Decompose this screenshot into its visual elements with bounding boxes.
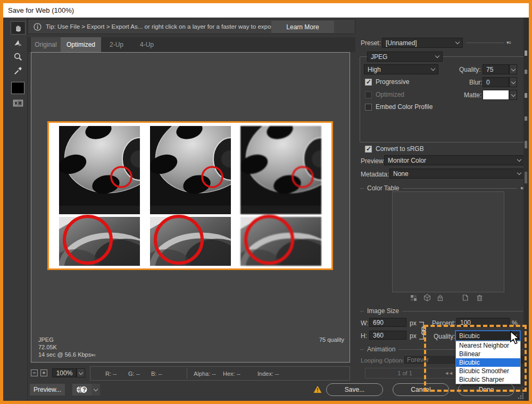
blur-chevron[interactable] xyxy=(509,77,517,87)
cancel-button-label: Cancel xyxy=(411,386,430,393)
info-icon xyxy=(34,23,41,31)
eyedropper-color-swatch[interactable] xyxy=(11,82,24,94)
status-menu-icon[interactable]: ▾≡ xyxy=(91,352,95,358)
height-label: H: xyxy=(361,332,367,340)
title-bar: Save for Web (100%) xyxy=(3,3,529,18)
slice-select-tool-button[interactable] xyxy=(11,36,26,49)
toggle-slices-button[interactable] xyxy=(11,96,26,110)
window-title: Save for Web (100%) xyxy=(8,6,74,14)
web-shift-cube-icon[interactable] xyxy=(423,294,431,301)
dither-swatch-icon[interactable] xyxy=(410,294,417,301)
tab-optimized[interactable]: Optimized xyxy=(61,37,101,52)
height-input[interactable]: 360 xyxy=(369,331,406,340)
color-table-title: Color Table xyxy=(367,184,399,192)
readout-divider xyxy=(187,368,187,379)
readout-b: B: -- xyxy=(151,371,162,377)
option-bicubic[interactable]: Bicubic xyxy=(456,358,520,367)
new-color-icon[interactable] xyxy=(462,294,469,301)
browser-preview-chevron[interactable] xyxy=(92,384,100,395)
readout-hex: Hex: -- xyxy=(223,371,240,377)
zoom-level-value: 100% xyxy=(56,369,73,377)
learn-more-button[interactable]: Learn More xyxy=(271,21,334,33)
tab-4up-label: 4-Up xyxy=(140,41,154,48)
matte-swatch[interactable] xyxy=(483,90,509,100)
color-table-toolbar xyxy=(410,294,490,302)
resample-quality-select[interactable]: Bicubic xyxy=(455,331,520,341)
preset-select[interactable]: [Unnamed] xyxy=(382,38,463,48)
optimized-image[interactable] xyxy=(47,121,333,270)
width-label: W: xyxy=(361,319,368,327)
color-readout-strip: R: -- G: -- B: -- Alpha: -- Hex: -- Inde… xyxy=(90,366,350,381)
optimized-checkbox-row[interactable]: Optimized xyxy=(365,91,404,98)
resize-grip[interactable] xyxy=(517,392,525,400)
optimize-menu-icon[interactable]: ▾≡ xyxy=(506,40,511,45)
option-bilinear[interactable]: Bilinear xyxy=(456,350,520,358)
matte-chevron[interactable] xyxy=(509,90,517,100)
zoom-in-button[interactable]: + xyxy=(40,369,47,376)
progressive-checkbox-row[interactable]: Progressive xyxy=(365,78,409,86)
preset-label: Preset: xyxy=(361,39,381,47)
preset-value: [Unnamed] xyxy=(386,39,417,47)
blur-value: 0 xyxy=(486,79,490,86)
convert-srgb-label: Convert to sRGB xyxy=(376,145,424,153)
lock-color-icon[interactable] xyxy=(437,294,444,301)
option-bicubic-smoother[interactable]: Bicubic Smoother xyxy=(456,367,520,375)
preview-tab-strip: Original Optimized 2-Up 4-Up xyxy=(28,37,355,52)
metadata-value: None xyxy=(393,170,409,178)
percent-value: 100 xyxy=(460,319,471,326)
image-size-title: Image Size xyxy=(367,307,399,315)
option-bicubic-sharper[interactable]: Bicubic Sharper xyxy=(456,375,520,384)
hand-tool-button[interactable] xyxy=(11,21,26,35)
tab-2up[interactable]: 2-Up xyxy=(101,37,132,52)
previous-frame-buttons[interactable]: ◄◄ xyxy=(444,371,453,376)
frame-counter-value: 1 of 1 xyxy=(397,370,412,376)
metadata-label: Metadata: xyxy=(361,171,389,178)
browser-preview-button[interactable]: ? xyxy=(72,384,92,395)
cancel-button[interactable]: Cancel xyxy=(393,383,449,396)
zoom-level-select[interactable]: 100% xyxy=(52,368,77,377)
preview-pane-1 xyxy=(59,126,140,266)
quality-value-field[interactable]: 75 xyxy=(483,64,509,74)
save-button[interactable]: Save... xyxy=(326,383,383,396)
embed-profile-checkbox-row[interactable]: Embed Color Profile xyxy=(365,103,433,111)
metadata-select[interactable]: None xyxy=(389,169,525,179)
preview-pane-2 xyxy=(150,126,231,266)
tab-original[interactable]: Original xyxy=(31,37,61,52)
warning-icon xyxy=(313,385,322,393)
width-input[interactable]: 690 xyxy=(369,318,406,327)
blur-value-field[interactable]: 0 xyxy=(483,77,509,87)
zoom-tool-button[interactable] xyxy=(11,50,26,63)
looping-options-value: Forever xyxy=(407,356,429,364)
preview-in-browser-button[interactable]: Preview... xyxy=(30,384,65,395)
quality-value: 75 xyxy=(486,66,493,73)
option-nearest-neighbor[interactable]: Nearest Neighbor xyxy=(456,341,520,350)
preview-mode-value: Monitor Color xyxy=(388,157,426,164)
delete-color-icon[interactable] xyxy=(476,294,483,301)
link-dimensions-icon[interactable] xyxy=(418,320,429,341)
done-button[interactable]: Done xyxy=(458,383,514,396)
resample-quality-value: Bicubic xyxy=(459,332,480,340)
convert-srgb-checkbox-row[interactable]: Convert to sRGB xyxy=(365,145,424,153)
zoom-level-chevron[interactable] xyxy=(77,368,85,377)
embed-profile-checkbox[interactable] xyxy=(365,104,372,111)
preview-mode-select[interactable]: Monitor Color xyxy=(384,155,525,165)
animation-title: Animation xyxy=(367,346,395,353)
compression-select[interactable]: High xyxy=(364,64,438,74)
image-size-header: Image Size xyxy=(360,307,525,315)
resample-quality-label: Quality: xyxy=(434,333,455,340)
tab-4up[interactable]: 4-Up xyxy=(132,37,162,52)
right-edge-strip xyxy=(523,18,529,401)
learn-more-label: Learn More xyxy=(286,23,319,31)
preview-canvas[interactable]: JPEG 72.05K 14 sec @ 56.6 Kbps ▾≡ 75 qua… xyxy=(31,52,350,363)
quality-chevron[interactable] xyxy=(509,64,517,74)
progressive-checkbox[interactable] xyxy=(365,79,372,86)
format-select[interactable]: JPEG xyxy=(367,52,443,62)
convert-srgb-checkbox[interactable] xyxy=(365,146,372,153)
optimized-checkbox[interactable] xyxy=(365,91,372,98)
eyedropper-tool-button[interactable] xyxy=(11,64,26,77)
looping-options-label: Looping Options: xyxy=(361,357,407,364)
preset-rule xyxy=(466,43,504,43)
percent-input[interactable]: 100 xyxy=(456,318,510,327)
svg-text:?: ? xyxy=(82,387,86,393)
zoom-out-button[interactable]: − xyxy=(31,369,38,376)
